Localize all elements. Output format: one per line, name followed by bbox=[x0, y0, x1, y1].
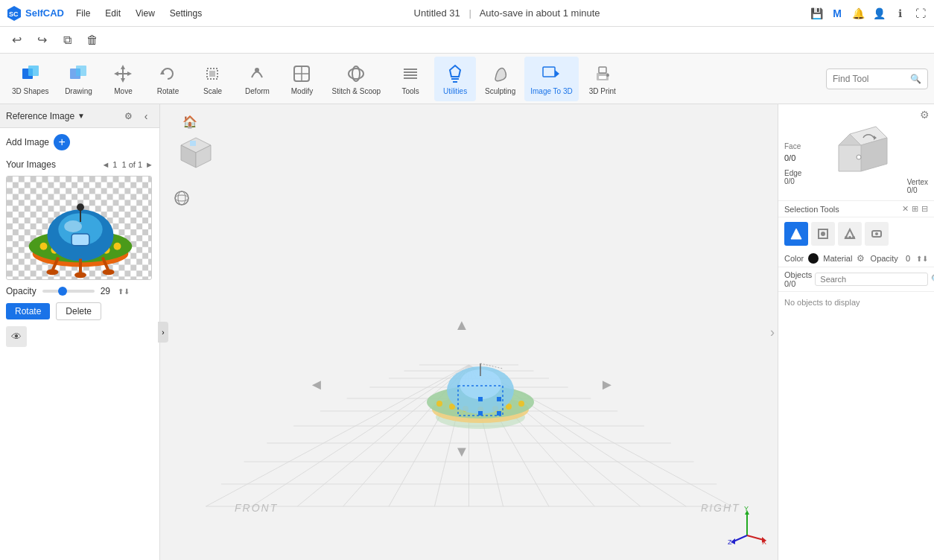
sel-tool-icon-1[interactable]: ✕ bbox=[902, 204, 909, 214]
rotate-button[interactable]: Rotate bbox=[6, 303, 50, 319]
notification-icon[interactable]: 🔔 bbox=[851, 6, 865, 21]
svg-text:SC: SC bbox=[9, 10, 19, 18]
tool-stitch-scoop[interactable]: Stitch & Scoop bbox=[325, 57, 387, 101]
material-icon[interactable]: ⚙ bbox=[857, 253, 865, 264]
svg-text:Y: Y bbox=[744, 506, 749, 512]
objects-search-icon[interactable]: 🔍 bbox=[931, 274, 934, 284]
vertex-value: 0/0 bbox=[907, 186, 918, 194]
left-panel-collapse-right[interactable]: › bbox=[158, 322, 168, 343]
svg-rect-21 bbox=[404, 71, 417, 73]
fullscreen-icon[interactable]: ⛶ bbox=[913, 6, 928, 21]
color-swatch[interactable] bbox=[808, 253, 819, 264]
tool-sculpting[interactable]: Sculpting bbox=[479, 57, 521, 101]
tool-image-to-3d[interactable]: Image To 3D bbox=[524, 57, 579, 101]
delete-image-button[interactable]: Delete bbox=[56, 302, 101, 320]
image-preview[interactable] bbox=[6, 176, 152, 280]
panel-collapse-btn[interactable]: ‹ bbox=[139, 109, 153, 124]
svg-rect-3 bbox=[28, 66, 39, 76]
pagination: ◄ 1 1 of 1 ► bbox=[101, 160, 153, 169]
svg-rect-11 bbox=[118, 73, 128, 74]
add-image-button[interactable]: + bbox=[54, 134, 70, 150]
main-area: Reference Image ▼ ⚙ ‹ Add Image + Your I… bbox=[0, 104, 934, 560]
nav-cube[interactable] bbox=[174, 130, 215, 171]
menu-file[interactable]: File bbox=[73, 7, 93, 20]
tool-3d-print[interactable]: 3D Print bbox=[582, 57, 623, 101]
viewport[interactable]: ▲ ▼ ◄ ► bbox=[160, 104, 778, 560]
nav-arrow-up[interactable]: ▲ bbox=[454, 316, 469, 334]
panel-settings-icon[interactable]: ⚙ bbox=[121, 109, 136, 124]
logo-icon: SC bbox=[6, 5, 22, 22]
tool-utilities-label: Utilities bbox=[443, 87, 467, 95]
prev-page-btn[interactable]: ◄ bbox=[101, 160, 109, 169]
opacity-right-label: Opacity bbox=[871, 254, 898, 263]
user-icon[interactable]: 👤 bbox=[871, 6, 886, 21]
face-select-btn[interactable] bbox=[838, 222, 862, 246]
selection-tools-header: Selection Tools ✕ ⊞ ⊟ bbox=[778, 201, 934, 217]
tool-move[interactable]: Move bbox=[102, 57, 144, 101]
svg-line-115 bbox=[747, 535, 763, 540]
svg-point-95 bbox=[518, 401, 524, 407]
tool-scale[interactable]: Scale bbox=[191, 57, 233, 101]
sel-tool-icon-2[interactable]: ⊞ bbox=[912, 204, 918, 214]
svg-rect-5 bbox=[76, 66, 86, 76]
find-tool-input[interactable] bbox=[833, 74, 907, 84]
face-value: 0/0 bbox=[784, 153, 801, 162]
svg-rect-103 bbox=[478, 411, 483, 416]
home-button[interactable]: 🏠 bbox=[182, 115, 197, 129]
edge-select-btn[interactable] bbox=[811, 222, 835, 246]
3d-cube-selector[interactable] bbox=[835, 123, 895, 182]
tool-deform-label: Deform bbox=[245, 87, 270, 95]
menu-settings[interactable]: Settings bbox=[167, 7, 205, 20]
nav-arrow-left[interactable]: ◄ bbox=[309, 376, 324, 393]
svg-rect-32 bbox=[599, 67, 606, 73]
svg-rect-22 bbox=[404, 74, 417, 76]
tool-tools[interactable]: Tools bbox=[390, 57, 431, 101]
svg-point-129 bbox=[821, 232, 825, 236]
sel-tool-icon-3[interactable]: ⊟ bbox=[921, 204, 928, 214]
3d-print-icon bbox=[591, 62, 614, 86]
rotate-view-btn[interactable] bbox=[174, 190, 190, 209]
scale-icon bbox=[200, 62, 224, 86]
objects-count-label: Objects 0/0 bbox=[784, 270, 812, 288]
tool-3d-shapes[interactable]: 3D Shapes bbox=[6, 57, 54, 101]
opacity-slider[interactable] bbox=[42, 290, 95, 293]
image-to-3d-icon bbox=[539, 62, 563, 86]
left-panel-header: Reference Image ▼ ⚙ ‹ bbox=[0, 104, 159, 128]
svg-point-19 bbox=[349, 69, 363, 79]
find-tool-container: 🔍 bbox=[826, 69, 928, 89]
color-material-row: Color Material ⚙ Opacity 0 ⬆⬇ bbox=[778, 250, 934, 267]
vertex-select-btn[interactable] bbox=[784, 222, 808, 246]
opacity-stepper[interactable]: ⬆⬇ bbox=[118, 287, 130, 296]
opacity-value: 29 bbox=[101, 286, 110, 296]
opacity-thumb[interactable] bbox=[58, 287, 67, 296]
viewport-expand-right[interactable]: › bbox=[770, 325, 775, 340]
utilities-icon bbox=[443, 62, 467, 86]
object-select-btn[interactable] bbox=[865, 222, 889, 246]
svg-rect-24 bbox=[404, 69, 417, 70]
tool-rotate[interactable]: Rotate bbox=[147, 57, 188, 101]
vertex-info: Vertex 0/0 bbox=[907, 178, 928, 194]
right-panel-settings-icon[interactable]: ⚙ bbox=[920, 109, 930, 121]
tool-modify[interactable]: Modify bbox=[281, 57, 323, 101]
nav-arrow-right[interactable]: ► bbox=[600, 376, 614, 393]
document-title: Untitled 31 bbox=[414, 7, 460, 19]
visibility-toggle[interactable]: 👁 bbox=[6, 326, 27, 347]
ufo-svg bbox=[7, 176, 151, 280]
save-icon[interactable]: 💾 bbox=[809, 6, 824, 21]
menu-view[interactable]: View bbox=[133, 7, 158, 20]
nav-cube-svg bbox=[174, 130, 215, 171]
copy-button[interactable]: ⧉ bbox=[57, 30, 77, 51]
next-page-btn[interactable]: ► bbox=[145, 160, 153, 169]
tool-utilities[interactable]: Utilities bbox=[434, 57, 476, 101]
delete-button[interactable]: 🗑 bbox=[82, 30, 103, 51]
undo-button[interactable]: ↩ bbox=[6, 30, 27, 51]
redo-button[interactable]: ↪ bbox=[31, 30, 52, 51]
objects-search-input[interactable] bbox=[815, 273, 928, 286]
profile-icon[interactable]: M bbox=[830, 6, 845, 21]
menu-edit[interactable]: Edit bbox=[102, 7, 124, 20]
tool-drawing[interactable]: Drawing bbox=[57, 57, 99, 101]
tool-deform[interactable]: Deform bbox=[236, 57, 278, 101]
tool-modify-label: Modify bbox=[291, 87, 313, 95]
opacity-stepper-right[interactable]: ⬆⬇ bbox=[916, 255, 928, 263]
info-icon[interactable]: ℹ bbox=[892, 6, 907, 21]
